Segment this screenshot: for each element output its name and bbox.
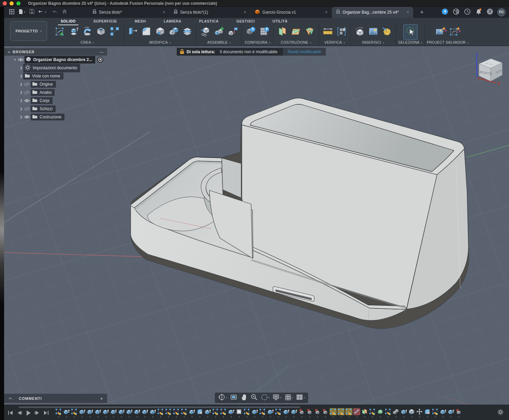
group-label-seleziona[interactable]: SELEZIONA ▾ — [398, 40, 422, 44]
combine-tool[interactable] — [167, 25, 180, 40]
timeline-feature-extrude[interactable] — [400, 408, 408, 418]
timeline-feature-extrude[interactable] — [282, 408, 290, 418]
display-settings-button[interactable]: ▾ — [271, 393, 283, 403]
document-tab-1[interactable]: Senza titolo*× — [88, 7, 170, 18]
collapse-panel-icon[interactable]: ◂◂ — [8, 50, 9, 54]
eye-slash-icon[interactable] — [23, 107, 31, 111]
fusion-account-button[interactable] — [441, 9, 449, 16]
ribbon-tab-gestisci[interactable]: GESTISCI — [228, 18, 264, 24]
ribbon-tab-mesh[interactable]: MESH — [126, 18, 155, 24]
select-tool[interactable] — [404, 25, 417, 40]
group-label-project-salvador[interactable]: PROJECT SALVADOR ▾ — [427, 40, 469, 44]
document-tab-3[interactable]: Gancio Gruccia v1× — [251, 7, 332, 18]
eye-icon[interactable] — [23, 99, 31, 103]
close-tab-icon[interactable]: × — [405, 10, 410, 15]
organizer-model[interactable] — [130, 98, 469, 329]
insert-derive-tool[interactable] — [353, 25, 366, 40]
eye-slash-icon[interactable] — [23, 82, 31, 87]
browser-row[interactable]: ❯Analisi — [4, 88, 107, 97]
timeline-feature-sketch[interactable] — [55, 408, 62, 418]
timeline-feature-sketch[interactable] — [164, 408, 172, 418]
browser-item[interactable]: Impostazioni documento — [23, 64, 80, 72]
home-button[interactable] — [60, 8, 69, 16]
timeline-feature-sketch[interactable] — [259, 408, 266, 418]
construction-axis-tool[interactable] — [289, 25, 303, 40]
minimize-window-button[interactable] — [10, 1, 14, 5]
timeline-feature-extrude[interactable] — [266, 408, 274, 418]
step-forward-button[interactable] — [33, 409, 41, 416]
measure-tool[interactable] — [321, 25, 335, 40]
step-back-button[interactable] — [16, 409, 23, 416]
timeline-feature-extrude[interactable] — [62, 408, 70, 418]
group-label-modifica[interactable]: MODIFICA ▾ — [149, 40, 171, 44]
browser-row[interactable]: ❯Origine — [4, 80, 107, 88]
close-tab-icon[interactable]: × — [242, 10, 248, 15]
zoom-button[interactable] — [249, 393, 259, 403]
group-label-verifica[interactable]: VERIFICA ▾ — [324, 40, 345, 44]
split-tool[interactable] — [180, 25, 194, 40]
browser-item[interactable]: Schizzi — [31, 105, 56, 112]
timeline-feature-extrude[interactable] — [117, 408, 125, 418]
timeline-feature-sketch-selected[interactable] — [345, 408, 353, 418]
close-tab-icon[interactable]: × — [323, 10, 329, 15]
ribbon-tab-plastica[interactable]: PLASTICA — [190, 18, 228, 24]
extensions-button[interactable] — [452, 9, 460, 16]
construction-plane-tool[interactable] — [276, 25, 289, 40]
timeline-feature-extrude[interactable] — [110, 408, 117, 418]
group-label-crea[interactable]: CREA ▾ — [81, 40, 94, 44]
timeline-feature-combine[interactable] — [392, 408, 400, 418]
timeline-feature-sketch[interactable] — [274, 408, 282, 418]
timeline-feature-extrude[interactable] — [86, 408, 94, 418]
chevron-right-icon[interactable]: ❯ — [19, 74, 23, 78]
timeline-feature-extrude[interactable] — [290, 408, 298, 418]
group-label-costruzione[interactable]: COSTRUZIONE ▾ — [281, 40, 311, 44]
ribbon-tab-utilità[interactable]: UTILITÀ — [264, 18, 296, 24]
chevron-right-icon[interactable]: ❯ — [19, 66, 23, 70]
joint-tool[interactable] — [212, 25, 226, 40]
extrude-tool[interactable] — [67, 25, 81, 40]
make-editable-link[interactable]: Rendi modificabile — [283, 48, 326, 56]
ribbon-tab-lamiera[interactable]: LAMIERA — [155, 18, 190, 24]
browser-row[interactable]: ❯Impostazioni documento — [4, 64, 107, 72]
app-menu-button[interactable] — [7, 8, 16, 17]
timeline-feature-suppressed[interactable] — [455, 408, 463, 418]
construction-point-tool[interactable] — [303, 25, 317, 40]
browser-row[interactable]: ❯Corpi — [4, 97, 107, 105]
timeline-feature-sketch-selected[interactable] — [329, 408, 337, 418]
timeline-feature-extrude[interactable] — [141, 408, 149, 418]
eye-slash-icon[interactable] — [23, 90, 31, 95]
timeline-feature-sketch[interactable] — [157, 408, 164, 418]
chevron-right-icon[interactable]: ❯ — [19, 83, 23, 86]
timeline-feature-extrude[interactable] — [149, 408, 157, 418]
browser-item[interactable]: Analisi — [31, 89, 55, 96]
project-button[interactable]: PROGETTO ▾ — [10, 21, 47, 41]
ribbon-tab-superficie[interactable]: SUPERFICIE — [85, 18, 126, 24]
file-button[interactable]: ▾ — [16, 8, 27, 17]
save-button[interactable] — [27, 8, 37, 16]
chevron-right-icon[interactable]: ❯ — [19, 115, 23, 119]
timeline-feature-sketch[interactable] — [219, 408, 227, 418]
timeline-feature-sketch[interactable] — [431, 408, 439, 418]
browser-item[interactable]: Costruzione — [31, 114, 64, 120]
zoom-window-button[interactable] — [16, 1, 20, 5]
grid-settings-button[interactable]: ▾ — [283, 393, 295, 403]
new-tab-button[interactable]: + — [418, 9, 426, 16]
timeline-settings-button[interactable] — [497, 409, 504, 417]
timeline-feature-sketch[interactable] — [172, 408, 180, 418]
pattern-tool[interactable] — [108, 25, 121, 40]
fit-button[interactable]: ▾ — [259, 393, 271, 403]
timeline-feature-suppressed[interactable] — [298, 408, 306, 418]
timeline-feature-extrude[interactable] — [125, 408, 133, 418]
timeline-feature-suppressed[interactable] — [306, 408, 314, 418]
undo-button[interactable]: ▾ — [37, 8, 48, 16]
timeline-feature-move[interactable] — [416, 408, 423, 418]
render-ai-tool[interactable] — [434, 25, 448, 40]
ribbon-tab-solido[interactable]: SOLIDO — [52, 18, 85, 24]
browser-row[interactable]: ❯Costruzione — [4, 113, 107, 121]
eye-icon[interactable] — [23, 115, 31, 119]
browser-item[interactable]: Origine — [31, 81, 56, 88]
add-comment-button[interactable]: + — [100, 395, 103, 401]
redo-button[interactable]: ▾ — [48, 8, 60, 16]
timeline-feature-extrude[interactable] — [447, 408, 455, 418]
timeline-feature-extrude[interactable] — [204, 408, 212, 418]
